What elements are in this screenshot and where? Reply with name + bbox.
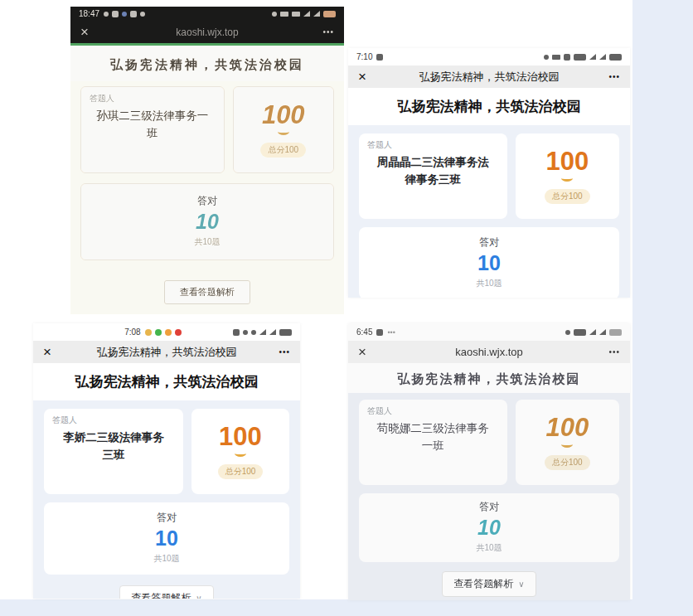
total-questions: 共10题 (359, 542, 619, 554)
result-content: 答题人 孙琪二三级法律事务一班 100 总分100 答对 10 共10题 查看答… (70, 81, 344, 314)
screenshot-top-left: 18:47 × kaoshi.wjx.top ••• (70, 7, 344, 314)
app-notification-icon (155, 329, 162, 336)
status-bar: 7:10 (348, 48, 630, 65)
cards-row: 答题人 李娇二三级法律事务三班 100 总分100 (44, 409, 289, 494)
correct-label: 答对 (44, 511, 289, 525)
more-icon[interactable]: ••• (594, 347, 620, 357)
correct-count: 10 (359, 516, 619, 540)
score-underline-icon (278, 129, 289, 135)
app-notification-icon (175, 329, 182, 336)
answerer-name: 苟晓娜二三级法律事务一班 (367, 420, 499, 455)
battery-icon (574, 329, 586, 336)
browser-nav-bar: × 弘扬宪法精神，共筑法治校园 ••• (348, 65, 630, 88)
app-notification-icon (112, 11, 119, 17)
screenshot-icon (233, 329, 240, 336)
answerer-label: 答题人 (367, 405, 499, 417)
result-content: 答题人 苟晓娜二三级法律事务一班 100 总分100 答对 10 共10题 查看… (348, 393, 630, 600)
close-icon[interactable]: × (358, 344, 385, 361)
total-score-badge: 总分100 (218, 464, 264, 479)
app-notification-icon (130, 11, 137, 17)
correct-card: 答对 10 共10题 (44, 502, 289, 575)
system-status-icons (565, 329, 622, 336)
battery-percent-icon (609, 329, 622, 336)
close-icon[interactable]: × (358, 69, 385, 85)
nav-title: 弘扬宪法精神，共筑法治校园 (70, 345, 264, 360)
screenshot-collage: 18:47 × kaoshi.wjx.top ••• (0, 0, 693, 616)
more-icon[interactable]: ••• (264, 347, 290, 357)
cards-row: 答题人 苟晓娜二三级法律事务一班 100 总分100 (359, 400, 619, 485)
score-card: 100 总分100 (191, 409, 289, 494)
page-title: 弘扬宪法精神，共筑法治校园 (348, 88, 630, 125)
app-notification-icon (122, 12, 127, 17)
answerer-card: 答题人 周晶晶二三法律事务法律事务三班 (359, 133, 507, 219)
nav-title: 弘扬宪法精神，共筑法治校园 (385, 70, 594, 85)
browser-nav-bar: × kaoshi.wjx.top ••• (70, 21, 344, 43)
page-title: 弘扬宪法精神，共筑法治校园 (348, 363, 630, 393)
score-value: 100 (545, 415, 589, 440)
score-underline-icon (235, 450, 246, 457)
view-analysis-button[interactable]: 查看答题解析 ∨ (442, 571, 536, 597)
app-notification-icon (145, 329, 152, 336)
alarm-icon (272, 12, 277, 17)
page-edge-right (632, 0, 693, 616)
mute-icon (243, 330, 248, 335)
notification-icons (145, 329, 182, 336)
signal-icon (599, 329, 606, 335)
status-bar: 18:47 (70, 7, 344, 21)
chevron-down-icon: ∨ (196, 594, 201, 599)
app-notification-icon (376, 329, 383, 336)
result-content: 答题人 李娇二三级法律事务三班 100 总分100 答对 10 共10题 查看答… (33, 400, 300, 599)
battery-percent-icon (609, 54, 622, 61)
cards-row: 答题人 孙琪二三级法律事务一班 100 总分100 (80, 86, 334, 173)
nfc-icon (552, 55, 560, 60)
close-icon[interactable]: × (43, 344, 70, 361)
score-value: 100 (219, 424, 262, 449)
signal-icon (313, 11, 320, 17)
bluetooth-icon (251, 330, 256, 335)
view-analysis-label: 查看答题解析 (453, 577, 513, 591)
answerer-label: 答题人 (367, 139, 499, 151)
bluetooth-icon (565, 330, 570, 335)
page-title: 弘扬宪法精神，共筑法治校园 (33, 363, 300, 400)
battery-icon (574, 54, 586, 61)
correct-count: 10 (359, 251, 619, 275)
correct-label: 答对 (81, 194, 333, 208)
more-icon[interactable]: ••• (594, 72, 620, 81)
answerer-label: 答题人 (90, 93, 216, 104)
page-title: 弘扬宪法精神，共筑法治校园 (70, 46, 344, 81)
nav-url: kaoshi.wjx.top (385, 346, 594, 358)
more-notifications-icon: ••• (387, 328, 395, 337)
app-notification-icon (165, 329, 172, 336)
score-underline-icon (561, 441, 573, 448)
status-time: 7:10 (356, 52, 372, 61)
notification-icons (104, 11, 145, 17)
status-time: 7:08 (124, 327, 140, 337)
nav-url: kaoshi.wjx.top (107, 27, 308, 38)
answerer-label: 答题人 (52, 415, 175, 426)
app-notification-icon (376, 54, 383, 61)
more-icon[interactable]: ••• (308, 27, 334, 36)
correct-count: 10 (44, 526, 289, 551)
system-status-icons (544, 54, 622, 61)
score-card: 100 总分100 (516, 400, 619, 485)
system-status-icons (272, 11, 336, 17)
battery-icon (279, 329, 292, 336)
answerer-card: 答题人 苟晓娜二三级法律事务一班 (359, 400, 507, 485)
wifi-icon (292, 12, 300, 17)
result-content: 答题人 周晶晶二三法律事务法律事务三班 100 总分100 答对 10 共10题… (348, 125, 630, 298)
view-analysis-label: 查看答题解析 (180, 286, 235, 298)
score-card: 100 总分100 (516, 133, 619, 219)
score-value: 100 (262, 102, 305, 128)
status-bar: 7:08 (33, 323, 300, 341)
correct-count: 10 (81, 210, 333, 234)
status-bar: 6:45 ••• (348, 323, 630, 341)
view-analysis-button[interactable]: 查看答题解析 ∨ (119, 585, 213, 599)
system-status-icons (233, 329, 292, 336)
total-questions: 共10题 (359, 278, 619, 289)
view-analysis-button[interactable]: 查看答题解析 (164, 280, 250, 304)
browser-nav-bar: × kaoshi.wjx.top ••• (348, 341, 630, 363)
signal-icon (589, 54, 596, 60)
chevron-down-icon: ∨ (518, 580, 524, 589)
page-edge-bottom (0, 599, 693, 616)
close-icon[interactable]: × (80, 24, 107, 41)
